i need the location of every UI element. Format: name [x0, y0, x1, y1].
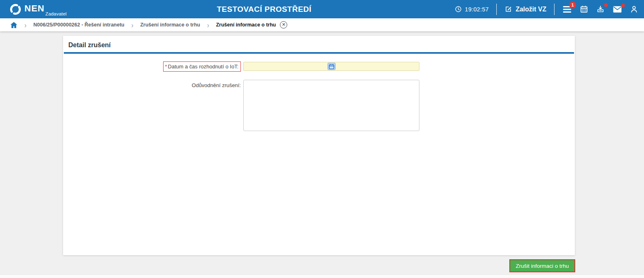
environment-title: TESTOVACÍ PROSTŘEDÍ	[217, 0, 312, 18]
calendar-picker-icon	[329, 64, 334, 69]
create-vz-label: Založit VZ	[515, 6, 546, 13]
brand-subtitle: Zadavatel	[45, 11, 66, 16]
datepicker-button[interactable]	[327, 63, 336, 70]
messages-notification-dot	[621, 4, 625, 7]
header-actions: 19:02:57 Založit VZ 1	[455, 0, 638, 18]
breadcrumb-item-current: Zrušení informace o trhu	[216, 22, 276, 28]
nen-logo-icon	[9, 3, 22, 16]
home-button[interactable]	[10, 22, 17, 28]
download-tray-icon	[596, 5, 605, 13]
brand-name: NEN	[24, 3, 44, 14]
reason-label-row: Odůvodnění zrušení:	[63, 81, 241, 89]
detail-panel: Detail zrušení *Datum a čas rozhodnutí o…	[63, 36, 575, 255]
datetime-input[interactable]	[243, 62, 419, 71]
header-divider	[496, 4, 497, 15]
breadcrumb-item-procedure[interactable]: N006/25/P00000262 - Řešení intranetu	[33, 22, 124, 28]
session-clock: 19:02:57	[455, 6, 489, 13]
footer-strip	[0, 274, 644, 278]
user-icon	[630, 5, 638, 13]
chevron-separator-icon: ›	[131, 20, 133, 29]
clock-icon	[455, 6, 462, 13]
panel-title: Detail zrušení	[68, 42, 111, 49]
breadcrumb: › N006/25/P00000262 - Řešení intranetu ›…	[0, 18, 644, 31]
datetime-field-label: *Datum a čas rozhodnutí o IoT:	[163, 61, 241, 72]
breadcrumb-item-cancellation-list[interactable]: Zrušení informace o trhu	[140, 22, 200, 28]
clock-time: 19:02:57	[465, 6, 489, 13]
messages-button[interactable]	[613, 5, 622, 13]
chevron-separator-icon: ›	[207, 20, 209, 29]
datetime-label-row: *Datum a čas rozhodnutí o IoT:	[63, 61, 241, 72]
chevron-separator-icon: ›	[24, 20, 26, 29]
user-profile-button[interactable]	[630, 5, 638, 13]
close-tab-icon[interactable]: ✕	[280, 21, 287, 28]
calendar-icon	[580, 5, 588, 13]
header-divider	[554, 4, 554, 15]
reason-field-label: Odůvodnění zrušení:	[192, 82, 241, 88]
panel-title-rule	[64, 52, 574, 54]
edit-icon	[504, 5, 512, 13]
downloads-button[interactable]	[596, 5, 605, 13]
mail-icon	[613, 5, 622, 13]
calendar-button[interactable]	[580, 5, 588, 13]
home-icon	[10, 22, 17, 28]
cancel-market-info-button[interactable]: Zrušit informaci o trhu	[509, 259, 575, 272]
hamburger-menu-button[interactable]: 1	[562, 5, 572, 14]
nen-logo[interactable]: NEN Zadavatel	[9, 0, 67, 18]
downloads-notification-dot	[604, 3, 608, 7]
create-vz-button[interactable]: Založit VZ	[504, 5, 546, 13]
menu-badge: 1	[569, 2, 576, 9]
required-marker: *	[165, 63, 167, 70]
reason-textarea[interactable]	[243, 80, 419, 131]
app-header: NEN Zadavatel TESTOVACÍ PROSTŘEDÍ 19:02:…	[0, 0, 644, 18]
